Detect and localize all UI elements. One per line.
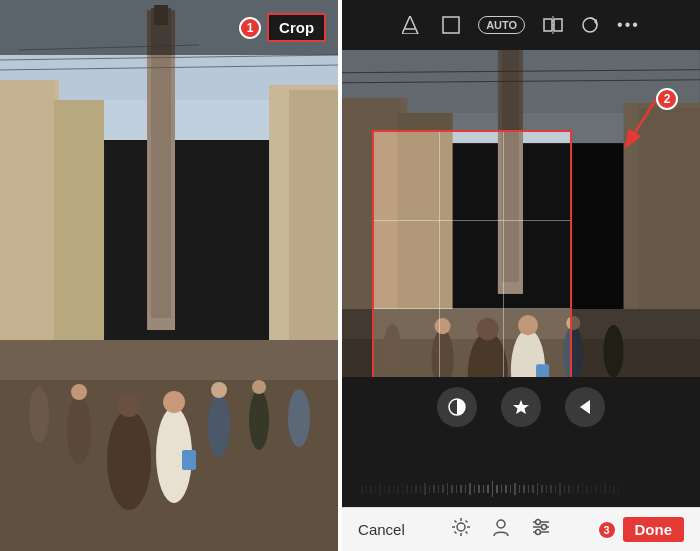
- svg-point-23: [288, 389, 310, 447]
- tick: [564, 485, 566, 493]
- tick: [456, 485, 458, 493]
- right-panel: AUTO •••: [342, 0, 700, 551]
- tick: [402, 483, 404, 495]
- invert-btn[interactable]: [437, 387, 477, 427]
- crop-selection-box[interactable]: [372, 130, 572, 377]
- cancel-button[interactable]: Cancel: [358, 521, 405, 538]
- svg-point-20: [249, 390, 269, 450]
- tick: [447, 483, 449, 495]
- tick: [483, 485, 485, 493]
- tick: [591, 485, 593, 493]
- tick: [415, 485, 417, 493]
- tick: [568, 485, 570, 493]
- bottom-controls: [342, 377, 700, 507]
- tick: [388, 485, 390, 493]
- tick: [451, 485, 453, 493]
- svg-line-72: [465, 532, 467, 534]
- tick: [514, 483, 516, 495]
- tick: [438, 485, 440, 493]
- tick: [618, 485, 620, 493]
- back-btn[interactable]: [565, 387, 605, 427]
- portrait-icon[interactable]: [491, 517, 511, 542]
- svg-point-19: [211, 382, 227, 398]
- ruler-row[interactable]: [342, 479, 700, 499]
- svg-point-21: [252, 380, 266, 394]
- tick: [559, 483, 561, 495]
- tick: [478, 485, 480, 493]
- tick: [555, 485, 557, 493]
- tick: [370, 485, 372, 493]
- svg-point-12: [107, 410, 151, 510]
- svg-point-66: [457, 523, 465, 531]
- crop-grid-line-v2: [503, 132, 504, 377]
- action-icons: [451, 517, 551, 542]
- svg-marker-64: [513, 400, 529, 414]
- done-button[interactable]: Done: [623, 517, 685, 542]
- svg-rect-30: [443, 17, 459, 33]
- tick: [433, 485, 435, 493]
- tick: [496, 485, 498, 493]
- tick: [577, 485, 579, 493]
- crop-badge-container: 1 Crop: [239, 13, 326, 42]
- svg-point-75: [497, 520, 505, 528]
- step-1-circle: 1: [239, 17, 261, 39]
- crop-grid-line-v1: [439, 132, 440, 377]
- tick: [505, 485, 507, 493]
- tick: [541, 485, 543, 493]
- left-panel: 1 Crop: [0, 0, 338, 551]
- brightness-icon[interactable]: [451, 517, 471, 542]
- done-badge-container: 3 Done: [597, 517, 685, 542]
- tick: [406, 485, 408, 493]
- tick: [600, 485, 602, 493]
- svg-line-74: [454, 532, 456, 534]
- brightness-btn[interactable]: [501, 387, 541, 427]
- tick: [609, 485, 611, 493]
- overlay-dim-left: [342, 130, 372, 377]
- svg-rect-32: [554, 19, 562, 31]
- tick: [528, 485, 530, 493]
- tick: [532, 485, 534, 493]
- auto-pill[interactable]: AUTO: [478, 16, 525, 34]
- tune-icon[interactable]: [531, 517, 551, 542]
- svg-point-81: [535, 530, 540, 535]
- step-3-circle: 3: [597, 520, 617, 540]
- square-icon[interactable]: [442, 16, 460, 34]
- tick: [613, 485, 615, 493]
- svg-point-80: [541, 525, 546, 530]
- edit-icon-row: [437, 387, 605, 427]
- tick: [393, 485, 395, 493]
- tick: [465, 485, 467, 493]
- right-photo-area: 2: [342, 50, 700, 377]
- svg-point-18: [208, 393, 230, 457]
- tick: [474, 485, 476, 493]
- tick: [384, 485, 386, 493]
- tick: [375, 485, 377, 493]
- tick: [492, 481, 494, 497]
- left-top-bar: 1 Crop: [0, 0, 338, 55]
- ruler-ticks: [361, 481, 681, 497]
- aspect-ratio-icon[interactable]: [402, 16, 424, 34]
- tick: [487, 485, 489, 493]
- flip-icon[interactable]: [543, 16, 563, 34]
- svg-rect-6: [289, 90, 338, 370]
- crop-grid-line-h2: [374, 308, 570, 309]
- svg-line-73: [465, 521, 467, 523]
- svg-marker-65: [580, 400, 590, 414]
- tick: [573, 485, 575, 493]
- tick: [586, 485, 588, 493]
- left-photo: [0, 0, 338, 551]
- tick: [460, 485, 462, 493]
- tick: [519, 485, 521, 493]
- svg-marker-28: [402, 16, 418, 34]
- tick: [420, 485, 422, 493]
- rotate-icon[interactable]: [581, 16, 599, 34]
- svg-rect-3: [0, 80, 54, 360]
- svg-point-13: [117, 393, 141, 417]
- svg-line-71: [454, 521, 456, 523]
- svg-rect-4: [54, 100, 104, 360]
- crop-grid-line-h1: [374, 220, 570, 221]
- tick: [366, 485, 368, 493]
- more-icon[interactable]: •••: [617, 16, 640, 34]
- crop-label: Crop: [267, 13, 326, 42]
- tick: [469, 483, 471, 495]
